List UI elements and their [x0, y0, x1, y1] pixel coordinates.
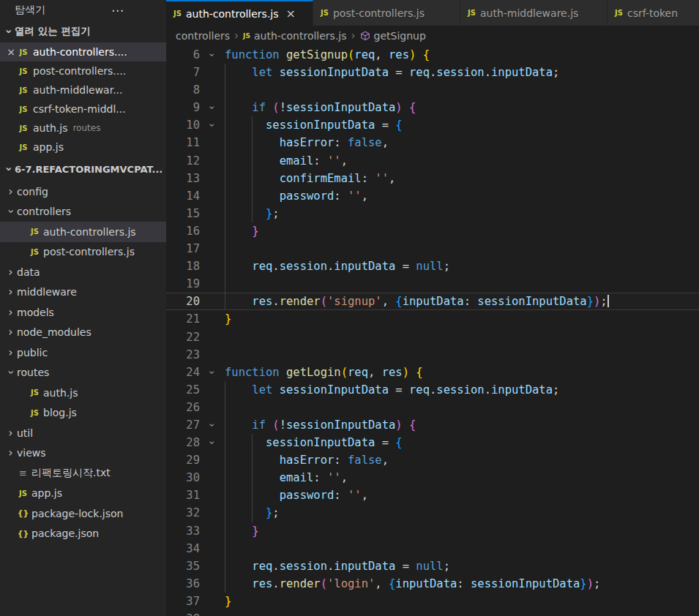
code-line[interactable]: 20 res.render('signup', {inputData: sess…	[166, 293, 699, 310]
tree-item[interactable]: JSpost-controllers.js	[0, 242, 166, 263]
tree-item[interactable]: ›models	[0, 302, 166, 323]
code-line[interactable]: 30 email: '',	[166, 469, 699, 487]
code-text	[225, 399, 699, 416]
code-line[interactable]: 28› sessionInputData = {	[166, 434, 699, 451]
tree-item-label: auth.js	[43, 387, 78, 399]
close-icon[interactable]: ×	[5, 46, 17, 58]
close-icon[interactable]: ×	[286, 7, 296, 20]
code-line[interactable]: 18 req.session.inputData = null;	[166, 258, 699, 275]
tree-item[interactable]: ›controllers	[0, 202, 166, 222]
code-line[interactable]: 31 password: '',	[166, 487, 699, 504]
code-editor[interactable]: 6›function getSignup(req, res) {7 let se…	[166, 46, 699, 616]
open-editors-header[interactable]: › 열려 있는 편집기	[0, 20, 166, 42]
line-number: 6	[166, 46, 200, 64]
tree-item[interactable]: {}package-lock.json	[0, 503, 166, 524]
code-line[interactable]: 19	[166, 275, 699, 293]
more-actions-icon[interactable]: ⋯	[111, 3, 125, 18]
code-line[interactable]: 17	[166, 240, 699, 258]
code-line[interactable]: 9› if (!sessionInputData) {	[166, 99, 699, 116]
open-editor-item[interactable]: JSpost-controllers....	[0, 61, 166, 80]
tree-item[interactable]: JSapp.js	[0, 484, 166, 504]
tree-item[interactable]: ›config	[0, 181, 166, 202]
code-line[interactable]: 32 };	[166, 504, 699, 522]
tree-item[interactable]: ≡리팩토링시작.txt	[0, 463, 166, 484]
code-line[interactable]: 6›function getSignup(req, res) {	[166, 46, 699, 64]
line-number: 22	[166, 328, 200, 346]
tree-item[interactable]: ›public	[0, 342, 166, 363]
code-line[interactable]: 23	[166, 346, 699, 364]
code-line[interactable]: 22	[166, 328, 699, 346]
code-line[interactable]: 33 }	[166, 522, 699, 540]
code-line[interactable]: 7 let sessionInputData = req.session.inp…	[166, 64, 699, 81]
code-line[interactable]: 26	[166, 399, 699, 416]
open-editor-label: auth.js	[33, 122, 67, 134]
line-number: 12	[166, 152, 200, 170]
indent-guide	[252, 434, 253, 451]
tree-item[interactable]: ›middleware	[0, 282, 166, 303]
tree-item[interactable]: ›node_modules	[0, 323, 166, 343]
tree-item[interactable]: ›util	[0, 423, 166, 443]
tree-item-label: package-lock.json	[31, 508, 124, 519]
code-line[interactable]: 37}	[166, 593, 699, 610]
code-line[interactable]: 11 hasError: false,	[166, 134, 699, 151]
line-number: 7	[166, 64, 200, 81]
fold-chevron-icon[interactable]: ›	[203, 360, 221, 385]
breadcrumb-item[interactable]: JSauth-controllers.js	[243, 30, 346, 42]
code-text: res.render('login', {inputData: sessionI…	[225, 575, 699, 593]
code-text	[225, 275, 699, 293]
code-line[interactable]: 24›function getLogin(req, res) {	[166, 364, 699, 381]
chevron-down-icon: ›	[2, 26, 15, 38]
open-editor-item[interactable]: JSauth.jsroutes	[0, 119, 166, 138]
code-line[interactable]: 14 password: '',	[166, 187, 699, 205]
editor-tab[interactable]: JScsrf-token	[608, 0, 699, 26]
fold-chevron-icon[interactable]: ›	[203, 430, 221, 455]
open-editor-item[interactable]: JSauth-middlewar...	[0, 80, 166, 99]
editor-tab[interactable]: JSauth-middleware.js	[460, 0, 608, 26]
tree-item[interactable]: ›views	[0, 443, 166, 464]
tree-item[interactable]: ›routes	[0, 363, 166, 383]
code-line[interactable]: 34	[166, 540, 699, 557]
tree-item[interactable]: {}package.json	[0, 524, 166, 544]
tree-item[interactable]: JSauth.js	[0, 383, 166, 403]
code-text: }	[225, 222, 699, 240]
code-line[interactable]: 36 res.render('login', {inputData: sessi…	[166, 575, 699, 593]
breadcrumb-item[interactable]: controllers	[176, 30, 230, 42]
tree-item[interactable]: JSblog.js	[0, 403, 166, 424]
code-line[interactable]: 8	[166, 81, 699, 99]
code-line[interactable]: 35 req.session.inputData = null;	[166, 557, 699, 575]
editor-tab[interactable]: JSauth-controllers.js×	[166, 0, 313, 26]
code-line[interactable]: 25 let sessionInputData = req.session.in…	[166, 381, 699, 399]
code-tokens: hasError: false,	[225, 454, 389, 467]
indent-guide	[225, 81, 225, 99]
editor-tab[interactable]: JSpost-controllers.js	[313, 0, 460, 26]
tree-item-label: node_modules	[17, 326, 91, 338]
code-tokens: req.session.inputData = null;	[225, 560, 450, 573]
code-text: email: '',	[225, 152, 699, 170]
code-text: let sessionInputData = req.session.input…	[225, 381, 699, 399]
code-line[interactable]: 21}	[166, 310, 699, 328]
code-line[interactable]: 29 hasError: false,	[166, 451, 699, 469]
open-editor-item[interactable]: ×JSauth-controllers....	[0, 42, 166, 61]
code-line[interactable]: 12 email: '',	[166, 152, 699, 170]
code-line[interactable]: 16 }	[166, 222, 699, 240]
tree-item[interactable]: JSauth-controllers.js	[0, 222, 166, 242]
fold-chevron-icon[interactable]: ›	[203, 46, 221, 67]
code-line[interactable]: 10› sessionInputData = {	[166, 116, 699, 134]
open-editor-item[interactable]: JSapp.js	[0, 138, 166, 157]
open-editor-label: post-controllers....	[33, 65, 126, 77]
project-header[interactable]: › 6-7.REFACTORINGMVCPAT...	[0, 157, 166, 181]
js-file-icon: JS	[29, 409, 41, 417]
fold-chevron-icon[interactable]: ›	[203, 113, 221, 138]
open-editor-item[interactable]: JScsrf-token-middl...	[0, 99, 166, 119]
breadcrumb-item[interactable]: getSignup	[360, 30, 426, 42]
tree-item[interactable]: ›data	[0, 262, 166, 282]
indent-guide	[252, 170, 253, 187]
editor-group: JSauth-controllers.js×JSpost-controllers…	[166, 0, 699, 616]
code-line[interactable]: 13 confirmEmail: '',	[166, 170, 699, 187]
code-line[interactable]: 27› if (!sessionInputData) {	[166, 416, 699, 434]
code-line[interactable]: 38	[166, 610, 699, 616]
chevron-down-icon: ›	[4, 367, 18, 379]
code-line[interactable]: 15 };	[166, 205, 699, 222]
indent-guide	[252, 504, 253, 522]
js-file-icon: JS	[29, 228, 41, 236]
